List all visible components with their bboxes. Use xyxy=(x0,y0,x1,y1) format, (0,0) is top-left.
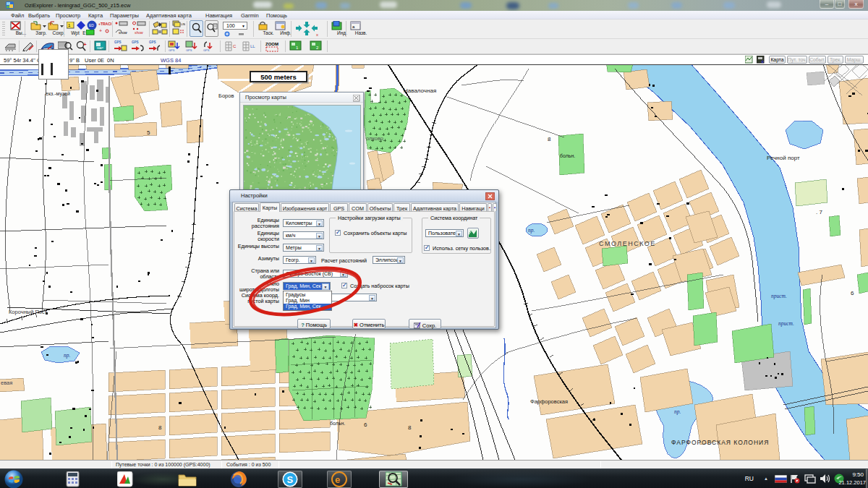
svg-text:GPS: GPS xyxy=(186,48,192,52)
svg-text:C: C xyxy=(233,44,237,48)
svg-text:show: show xyxy=(135,30,143,35)
svg-text:LL: LL xyxy=(250,44,255,48)
svg-text:пр.: пр. xyxy=(674,408,681,415)
svg-text:GPS: GPS xyxy=(114,40,122,44)
svg-text:GPS: GPS xyxy=(132,40,139,44)
svg-text:ZOOM: ZOOM xyxy=(265,42,278,46)
svg-text:прист.: прист. xyxy=(778,320,794,327)
svg-text:екз.-музей: екз.-музей xyxy=(46,91,70,97)
svg-text:8: 8 xyxy=(158,424,162,431)
svg-text:6: 6 xyxy=(364,421,367,428)
svg-text:олково: олково xyxy=(366,135,383,142)
svg-text:больн.: больн. xyxy=(560,153,575,158)
svg-text:GPS: GPS xyxy=(203,48,210,52)
svg-text:+TRACK: +TRACK xyxy=(98,22,111,26)
svg-text:+: + xyxy=(83,41,87,48)
svg-text:евая: евая xyxy=(1,380,12,386)
svg-text:MAP: MAP xyxy=(97,46,103,50)
svg-text:GPS: GPS xyxy=(169,48,175,52)
svg-text:Корочный Пост: Корочный Пост xyxy=(9,309,48,315)
svg-text:GPS: GPS xyxy=(149,40,156,44)
svg-text:Фарфоровская: Фарфоровская xyxy=(530,398,568,405)
svg-text:LINE: LINE xyxy=(181,22,185,26)
svg-text:Боров: Боров xyxy=(218,93,234,99)
svg-text:6: 6 xyxy=(851,290,854,296)
svg-text:8: 8 xyxy=(548,136,551,142)
svg-text:. 7: . 7 xyxy=(816,209,822,215)
svg-text:Навалочная: Навалочная xyxy=(404,87,436,94)
svg-text:show: show xyxy=(119,30,127,35)
svg-text:x: x xyxy=(316,33,318,37)
svg-text:пр.: пр. xyxy=(528,227,535,234)
svg-text:ED: ED xyxy=(89,23,94,27)
svg-text:прист.: прист. xyxy=(771,293,787,299)
svg-text:пр.: пр. xyxy=(64,352,71,359)
svg-text:СМОЛЕНСКОЕ: СМОЛЕНСКОЕ xyxy=(599,240,656,247)
svg-text:Речной порт: Речной порт xyxy=(767,155,800,161)
svg-text:ФАРФОРОВСКАЯ КОЛОНИЯ: ФАРФОРОВСКАЯ КОЛОНИЯ xyxy=(671,439,769,446)
svg-text:8: 8 xyxy=(408,424,412,431)
svg-text:больн.: больн. xyxy=(330,421,345,426)
svg-text:5: 5 xyxy=(147,129,150,136)
svg-text:+: + xyxy=(99,28,102,33)
svg-text:e: e xyxy=(335,474,340,485)
svg-text:S: S xyxy=(287,474,294,485)
svg-text:500 meters: 500 meters xyxy=(260,73,297,81)
